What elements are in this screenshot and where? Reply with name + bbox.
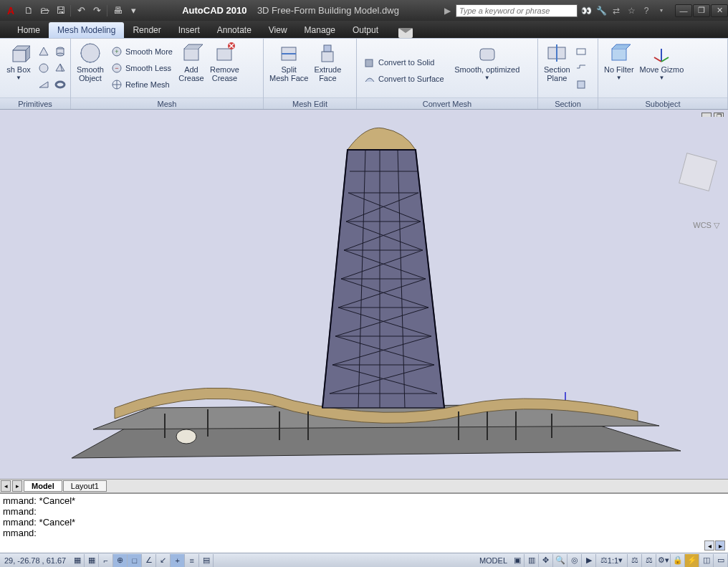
split-mesh-face-button[interactable]: Split Mesh Face <box>267 40 311 96</box>
svg-point-4 <box>39 64 48 72</box>
search-input[interactable] <box>456 4 578 17</box>
infocenter-arrow-icon[interactable]: ▶ <box>441 4 454 17</box>
tab-mesh-modeling[interactable]: Mesh Modeling <box>49 22 124 38</box>
tab-output[interactable]: Output <box>344 22 387 38</box>
primitive-pyramid-icon[interactable] <box>52 60 68 76</box>
section-generate-icon[interactable] <box>573 77 589 92</box>
panel-title-mesh[interactable]: Mesh <box>71 97 263 109</box>
annotation-visibility-icon[interactable]: ⚖ <box>628 554 642 567</box>
annotation-autoscale-icon[interactable]: ⚖ <box>642 554 656 567</box>
quick-properties-icon[interactable]: ▤ <box>199 554 214 567</box>
panel-title-mesh-edit: Mesh Edit <box>264 97 356 109</box>
search-binoculars-icon[interactable]: 👀 <box>580 4 593 17</box>
qat-dropdown-icon[interactable]: ▾ <box>126 4 140 18</box>
clean-screen-icon[interactable]: ▭ <box>714 554 728 567</box>
minimize-button[interactable]: — <box>675 4 692 17</box>
lineweight-icon[interactable]: ≡ <box>185 554 199 567</box>
qat-new-icon[interactable]: 🗋 <box>21 4 36 18</box>
drawing-canvas[interactable]: WCS ▽ <box>0 117 728 479</box>
tab-mail-icon[interactable] <box>398 28 413 38</box>
tab-render[interactable]: Render <box>124 22 169 38</box>
smooth-object-button[interactable]: Smooth Object <box>74 40 107 96</box>
convert-to-solid-button[interactable]: Convert to Solid <box>361 54 447 70</box>
document-name: 3D Free-Form Building Model.dwg <box>257 5 399 16</box>
layout-tab-next-button[interactable]: ▸ <box>12 480 22 492</box>
quickview-layouts-icon[interactable]: ▣ <box>510 554 525 567</box>
favorite-icon[interactable]: ☆ <box>625 4 638 17</box>
exchange-icon[interactable]: ⇄ <box>610 4 623 17</box>
tab-manage[interactable]: Manage <box>296 22 344 38</box>
tab-annotate[interactable]: Annotate <box>209 22 260 38</box>
help-dropdown-icon[interactable]: ▾ <box>655 4 668 17</box>
add-crease-icon <box>180 42 203 65</box>
section-plane-button[interactable]: Section Plane <box>541 40 573 96</box>
isolate-objects-icon[interactable]: ◫ <box>699 554 714 567</box>
tab-view[interactable]: View <box>260 22 296 38</box>
qat-redo-icon[interactable]: ↷ <box>90 4 104 18</box>
panel-title-convert-mesh: Convert Mesh <box>357 97 537 109</box>
pan-icon[interactable]: ✥ <box>539 554 553 567</box>
primitive-sphere-icon[interactable] <box>36 60 52 76</box>
hardware-acceleration-icon[interactable]: ⚡ <box>685 554 699 567</box>
refine-mesh-button[interactable]: Refine Mesh <box>108 77 176 92</box>
primitive-cone-icon[interactable] <box>36 44 52 59</box>
svg-rect-16 <box>322 52 333 62</box>
layout-tab-layout1[interactable]: Layout1 <box>63 480 107 492</box>
layout-tab-model[interactable]: Model <box>24 480 62 492</box>
qat-open-icon[interactable]: 🗁 <box>37 4 52 18</box>
showmotion-icon[interactable]: ▶ <box>582 554 596 567</box>
object-snap-icon[interactable]: □ <box>128 554 142 567</box>
app-menu-button[interactable]: A <box>2 2 19 19</box>
qat-save-icon[interactable]: 🖫 <box>53 4 67 18</box>
no-filter-icon <box>608 42 631 65</box>
primitive-torus-icon[interactable] <box>52 77 68 92</box>
section-live-icon[interactable] <box>573 44 589 59</box>
remove-crease-button[interactable]: Remove Crease <box>207 40 242 96</box>
workspace-switching-icon[interactable]: ⚙▾ <box>656 554 671 567</box>
dynamic-input-icon[interactable]: + <box>171 554 185 567</box>
viewport[interactable]: — ❐ WCS ▽ <box>0 110 728 479</box>
section-jog-icon[interactable] <box>573 60 589 76</box>
coordinates[interactable]: 29, -26.78 , 61.67 <box>0 556 70 565</box>
qat-print-icon[interactable]: 🖶 <box>110 4 125 18</box>
panel-title-section[interactable]: Section <box>538 97 598 109</box>
smooth-more-button[interactable]: +Smooth More <box>108 44 176 59</box>
help-icon[interactable]: ? <box>640 4 653 17</box>
tab-home[interactable]: Home <box>9 22 49 38</box>
grid-display-icon[interactable]: ▦ <box>85 554 99 567</box>
maximize-button[interactable]: ❐ <box>693 4 710 17</box>
no-filter-button[interactable]: No Filter ▼ <box>601 40 637 96</box>
tab-insert[interactable]: Insert <box>170 22 209 38</box>
quickview-drawings-icon[interactable]: ▥ <box>525 554 539 567</box>
cmd-scroll-left-icon[interactable]: ◂ <box>704 540 714 551</box>
panel-title-primitives[interactable]: Primitives <box>0 97 70 109</box>
lock-ui-icon[interactable]: 🔒 <box>671 554 685 567</box>
ducs-icon[interactable]: ↙ <box>156 554 171 567</box>
extrude-face-button[interactable]: Extrude Face <box>311 40 344 96</box>
add-crease-button[interactable]: Add Crease <box>176 40 207 96</box>
primitive-wedge-icon[interactable] <box>36 77 52 92</box>
wcs-label[interactable]: WCS ▽ <box>693 221 719 230</box>
steering-wheel-icon[interactable]: ◎ <box>567 554 582 567</box>
mesh-box-button[interactable]: sh Box ▼ <box>3 40 34 96</box>
layout-tab-prev-button[interactable]: ◂ <box>1 480 11 492</box>
primitive-cylinder-icon[interactable] <box>52 44 68 59</box>
model-space-label[interactable]: MODEL <box>479 556 507 565</box>
ortho-mode-icon[interactable]: ⌐ <box>99 554 113 567</box>
key-icon[interactable]: 🔧 <box>595 4 608 17</box>
command-window[interactable]: mmand: *Cancel* mmand: mmand: *Cancel* m… <box>0 493 728 553</box>
move-gizmo-button[interactable]: Move Gizmo ▼ <box>637 40 687 96</box>
smooth-less-button[interactable]: −Smooth Less <box>108 60 176 76</box>
zoom-icon[interactable]: 🔍 <box>553 554 567 567</box>
annotation-scale-icon[interactable]: ⚖ 1:1▾ <box>596 554 628 567</box>
smooth-object-icon <box>79 42 102 65</box>
polar-tracking-icon[interactable]: ⊕ <box>113 554 128 567</box>
smooth-optimized-button[interactable]: Smooth, optimized ▼ <box>451 40 523 96</box>
cmd-scroll-right-icon[interactable]: ▸ <box>715 540 725 551</box>
close-button[interactable]: ✕ <box>711 4 728 17</box>
qat-undo-icon[interactable]: ↶ <box>74 4 88 18</box>
object-snap-tracking-icon[interactable]: ∠ <box>142 554 156 567</box>
snap-mode-icon[interactable]: ▦ <box>70 554 85 567</box>
convert-to-surface-button[interactable]: Convert to Surface <box>361 71 447 87</box>
panel-primitives: sh Box ▼ Primitives <box>0 39 71 109</box>
